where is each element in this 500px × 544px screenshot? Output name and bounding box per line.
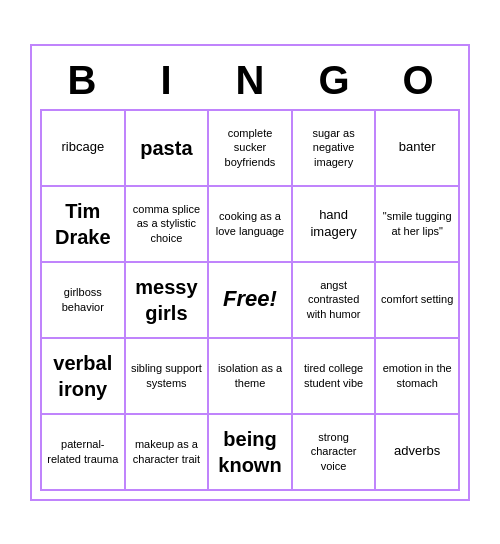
letter-n: N (208, 54, 292, 107)
letter-b: B (40, 54, 124, 107)
bingo-cell-0[interactable]: ribcage (41, 110, 125, 186)
bingo-cell-5[interactable]: Tim Drake (41, 186, 125, 262)
bingo-cell-2[interactable]: complete sucker boyfriends (208, 110, 292, 186)
bingo-cell-4[interactable]: banter (375, 110, 459, 186)
bingo-cell-20[interactable]: paternal-related trauma (41, 414, 125, 490)
bingo-card: B I N G O ribcagepastacomplete sucker bo… (30, 44, 470, 501)
bingo-grid: ribcagepastacomplete sucker boyfriendssu… (40, 109, 460, 491)
bingo-cell-6[interactable]: comma splice as a stylistic choice (125, 186, 209, 262)
bingo-cell-21[interactable]: makeup as a character trait (125, 414, 209, 490)
bingo-cell-12[interactable]: Free! (208, 262, 292, 338)
bingo-cell-10[interactable]: girlboss behavior (41, 262, 125, 338)
bingo-cell-9[interactable]: "smile tugging at her lips" (375, 186, 459, 262)
bingo-cell-15[interactable]: verbal irony (41, 338, 125, 414)
letter-i: I (124, 54, 208, 107)
bingo-cell-1[interactable]: pasta (125, 110, 209, 186)
bingo-cell-3[interactable]: sugar as negative imagery (292, 110, 376, 186)
bingo-cell-24[interactable]: adverbs (375, 414, 459, 490)
bingo-cell-16[interactable]: sibling support systems (125, 338, 209, 414)
bingo-cell-17[interactable]: isolation as a theme (208, 338, 292, 414)
bingo-cell-18[interactable]: tired college student vibe (292, 338, 376, 414)
bingo-cell-23[interactable]: strong character voice (292, 414, 376, 490)
bingo-cell-22[interactable]: being known (208, 414, 292, 490)
bingo-header: B I N G O (40, 54, 460, 107)
bingo-cell-19[interactable]: emotion in the stomach (375, 338, 459, 414)
bingo-cell-11[interactable]: messy girls (125, 262, 209, 338)
letter-g: G (292, 54, 376, 107)
bingo-cell-7[interactable]: cooking as a love language (208, 186, 292, 262)
bingo-cell-13[interactable]: angst contrasted with humor (292, 262, 376, 338)
bingo-cell-8[interactable]: hand imagery (292, 186, 376, 262)
letter-o: O (376, 54, 460, 107)
bingo-cell-14[interactable]: comfort setting (375, 262, 459, 338)
